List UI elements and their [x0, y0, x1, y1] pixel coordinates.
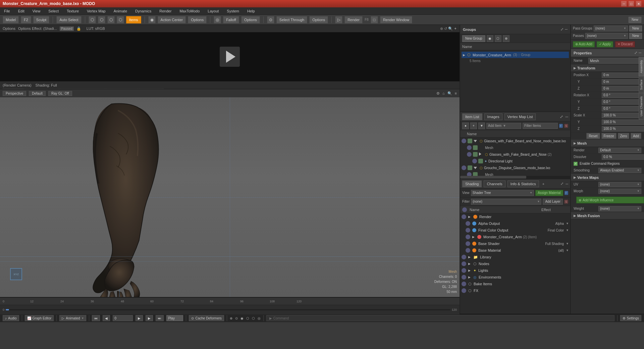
viewport-3d[interactable]: Perspective Default Ray GL: Off ⚙ ⌂ 🔍 ≡: [0, 89, 460, 297]
select-through-button[interactable]: Select Through: [276, 16, 307, 23]
action-center-icon[interactable]: ◉: [148, 16, 156, 23]
groups-collapse-icon[interactable]: ─: [565, 27, 568, 32]
transform-section-header[interactable]: ▶ Transform: [571, 64, 644, 72]
maximize-button[interactable]: □: [629, 1, 634, 6]
menu-view[interactable]: View: [31, 8, 42, 14]
position-z-input[interactable]: [602, 86, 644, 91]
command-input[interactable]: ▶ Command: [266, 315, 614, 321]
menu-help[interactable]: Help: [246, 8, 256, 14]
transport-icon2[interactable]: ⊙: [235, 316, 238, 320]
animated-button[interactable]: ▷ Animated ▼: [59, 315, 86, 321]
vis-icon-mesh-2[interactable]: [467, 172, 472, 176]
menu-render[interactable]: Render: [158, 8, 173, 14]
item-expand-groucho[interactable]: [474, 166, 478, 170]
shader-row-monster-arm[interactable]: ▶ Monster_Creature_Arm (2) (Item): [460, 234, 570, 240]
play-btn-label[interactable]: Play: [166, 315, 183, 321]
item-expand-1[interactable]: [474, 139, 478, 143]
freeze-button[interactable]: Freeze: [601, 133, 616, 139]
menu-edit[interactable]: Edit: [17, 8, 26, 14]
zero-button[interactable]: Zero: [618, 133, 630, 139]
uv-dropdown[interactable]: (none) ▼: [598, 182, 641, 187]
item-row-groucho-base[interactable]: ⬡ Groucho_Disguise_Glasses_modo_base.lxo: [460, 164, 570, 171]
options-button2[interactable]: Options: [241, 16, 260, 23]
item-list-vis-icon[interactable]: ●: [462, 122, 469, 129]
shader-row-environments[interactable]: ▶ ◎ Environments: [460, 274, 570, 281]
properties-collapse-icon[interactable]: ─: [639, 51, 641, 55]
s-badge[interactable]: S: [564, 124, 568, 128]
rotation-z-input[interactable]: [602, 106, 644, 111]
next-frame-button[interactable]: ▶: [146, 315, 153, 321]
shader-row-render[interactable]: ▶ Render: [460, 213, 570, 220]
perspective-button[interactable]: Perspective: [3, 91, 26, 96]
enable-cmd-regions-checkbox[interactable]: ✓: [574, 162, 578, 166]
tab-shading[interactable]: Shading: [462, 181, 482, 187]
tab-vertex-map-list[interactable]: Vertex Map List: [504, 113, 536, 120]
pass-groups-new-button[interactable]: New: [629, 26, 642, 32]
play-button[interactable]: ▶: [136, 315, 143, 321]
item-row-dir-light-1[interactable]: ✦ Directional Light: [460, 158, 570, 164]
shader-f-badge[interactable]: F: [565, 191, 569, 195]
lock-icon-groucho-base[interactable]: [468, 165, 472, 170]
viewport-gear-icon[interactable]: ⚙: [436, 91, 440, 96]
lock-icon-1[interactable]: [468, 139, 472, 143]
shader-expand-nodes[interactable]: ▶: [468, 262, 471, 265]
morph-dropdown[interactable]: (none) ▼: [598, 189, 641, 194]
assembly-tab[interactable]: Assembly: [639, 57, 644, 76]
surface-tab[interactable]: Surface: [639, 77, 644, 93]
select-through-icon[interactable]: ⊙: [267, 16, 274, 23]
action-center-button[interactable]: Action Center: [158, 16, 186, 23]
lock-icon-dirlight-1[interactable]: [478, 159, 483, 163]
options-button3[interactable]: Options: [309, 16, 328, 23]
shading-add-tab[interactable]: +: [541, 182, 546, 186]
rotation-y-input[interactable]: [602, 99, 644, 105]
mesh-fusion-section-header[interactable]: ▶ Mesh Fusion: [571, 212, 644, 219]
shader-vis-fx[interactable]: [462, 288, 466, 293]
menu-vertex-map[interactable]: Vertex Map: [86, 8, 107, 14]
graph-editor-button[interactable]: 📈 Graph Editor: [25, 315, 54, 321]
shader-expand-lights[interactable]: ▶: [468, 269, 471, 272]
shader-vis-base-shader[interactable]: [466, 241, 470, 246]
scale-z-input[interactable]: [602, 126, 644, 132]
menu-file[interactable]: File: [3, 8, 11, 14]
options-button1[interactable]: Options: [188, 16, 207, 23]
add-morph-button[interactable]: ⊕ Add Morph Influence: [576, 197, 644, 203]
shader-dropdown-alpha[interactable]: ▼: [566, 222, 569, 225]
toolbar-icon4[interactable]: ⬡: [117, 16, 124, 23]
shader-dropdown-final-color[interactable]: ▼: [566, 229, 569, 232]
groups-icon-btn1[interactable]: ◉: [487, 35, 493, 42]
position-y-input[interactable]: [602, 79, 644, 85]
toolbar-icon2[interactable]: ⬡: [98, 16, 105, 23]
shader-row-library[interactable]: ▶ 📁 Library: [460, 254, 570, 260]
item-list-expand-icon[interactable]: ⤢: [560, 114, 563, 119]
items-button[interactable]: Items: [126, 16, 141, 23]
vis-icon-groucho-base[interactable]: [462, 165, 466, 170]
render-window-button[interactable]: Render Window: [380, 16, 412, 23]
item-row-mesh-1[interactable]: Mesh: [460, 144, 570, 151]
item-list-content[interactable]: ⬡ Glasses_with_Fake_Beard_and_Nose_modo_…: [460, 138, 570, 176]
frame-counter[interactable]: 0: [113, 315, 133, 321]
vis-icon-mesh-1[interactable]: [467, 145, 472, 150]
tab-info-statistics[interactable]: Info & Statistics: [507, 181, 539, 187]
close-button[interactable]: ✕: [636, 1, 641, 6]
sculpt-button[interactable]: Sculpt: [33, 16, 50, 23]
menu-texture[interactable]: Texture: [65, 8, 80, 14]
name-input[interactable]: [588, 58, 641, 64]
menu-animate[interactable]: Animate: [112, 8, 128, 14]
item-list-add-icon[interactable]: +: [470, 122, 477, 129]
vertex-maps-section-header[interactable]: ▶ Vertex Maps: [571, 174, 644, 181]
skip-start-button[interactable]: ⏮: [92, 315, 100, 321]
shader-row-base-shader[interactable]: Base Shader Full Shading ▼: [460, 240, 570, 247]
shader-vis-final-color[interactable]: [466, 228, 470, 233]
shader-vis-render[interactable]: [462, 214, 466, 219]
apply-button[interactable]: ✓ Apply: [597, 41, 613, 47]
shader-expand-library[interactable]: ▶: [468, 255, 471, 259]
vis-icon-glasses-group[interactable]: [467, 152, 472, 157]
add-item-field[interactable]: Add Item ▼: [486, 123, 521, 129]
prev-frame-button[interactable]: ◀: [103, 315, 110, 321]
viewport-settings-icon[interactable]: ≡: [455, 91, 457, 95]
shader-vis-environments[interactable]: [462, 275, 466, 280]
default-button[interactable]: Default: [29, 91, 46, 96]
shader-vis-alpha[interactable]: [466, 221, 470, 226]
item-row-glasses-group[interactable]: ⬡ Glasses_with_Fake_Beard_and_Nose (2): [460, 151, 570, 158]
groups-expand-icon[interactable]: ⤢: [560, 27, 564, 32]
